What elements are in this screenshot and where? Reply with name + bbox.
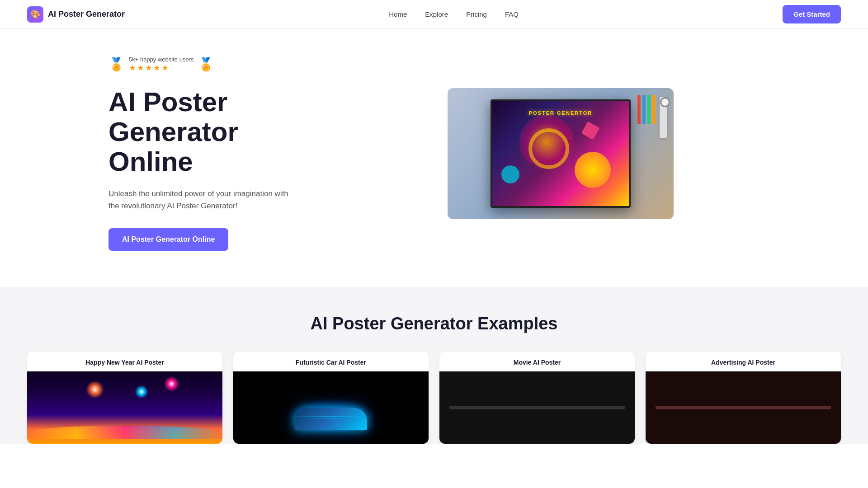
car-image — [233, 371, 429, 444]
example-card-car: Futuristic Car AI Poster — [233, 352, 429, 444]
logo-icon: 🎨 — [27, 6, 43, 23]
nav-home[interactable]: Home — [389, 10, 407, 18]
hero-cta-button[interactable]: AI Poster Generator Online — [108, 228, 228, 251]
logo-text: AI Poster Generator — [48, 9, 125, 19]
poster-mock: POSTER GENERTOR — [491, 99, 631, 208]
car-body — [295, 408, 367, 430]
card-title-car: Futuristic Car AI Poster — [233, 352, 429, 371]
firework-2 — [135, 385, 148, 399]
star-rating: ★★★★★ — [129, 63, 193, 73]
badge-info: 5k+ happy website users ★★★★★ — [129, 56, 193, 73]
card-title-advertising: Advertising AI Poster — [646, 352, 841, 371]
movie-image — [439, 371, 635, 444]
example-card-movie: Movie AI Poster — [439, 352, 635, 444]
firework-3 — [164, 376, 179, 392]
card-image-movie — [439, 371, 635, 444]
nav-explore[interactable]: Explore — [425, 10, 448, 18]
pencils — [637, 95, 656, 124]
firework-1 — [86, 380, 104, 399]
hero-badge: 🏅 5k+ happy website users ★★★★★ 🏅 — [108, 56, 298, 73]
card-title-movie: Movie AI Poster — [439, 352, 635, 371]
example-card-new-year: Happy New Year AI Poster — [27, 352, 222, 444]
hero-section: 🏅 5k+ happy website users ★★★★★ 🏅 AI Pos… — [0, 29, 868, 287]
nav-logo: 🎨 AI Poster Generator — [27, 6, 125, 23]
laurel-left-icon: 🏅 — [108, 58, 124, 71]
examples-title: AI Poster Generator Examples — [27, 314, 841, 333]
nav-pricing[interactable]: Pricing — [466, 10, 487, 18]
examples-grid: Happy New Year AI Poster Futuristic Car … — [27, 352, 841, 444]
poster-title-text: POSTER GENERTOR — [529, 110, 592, 116]
navbar: 🎨 AI Poster Generator Home Explore Prici… — [0, 0, 868, 29]
hero-title: AI Poster Generator Online — [108, 87, 298, 177]
nav-faq[interactable]: FAQ — [505, 10, 519, 18]
advertising-image — [646, 371, 841, 444]
new-year-image — [27, 371, 222, 444]
badge-users-text: 5k+ happy website users — [129, 56, 193, 63]
hero-subtitle: Unleash the unlimited power of your imag… — [108, 188, 298, 212]
ad-bar — [656, 406, 831, 409]
card-image-car — [233, 371, 429, 444]
ground-lights — [27, 426, 222, 439]
hero-image-area: POSTER GENERTOR — [326, 88, 796, 219]
nav-links: Home Explore Pricing FAQ — [389, 10, 519, 19]
hero-image: POSTER GENERTOR — [448, 88, 674, 219]
card-image-new-year — [27, 371, 222, 444]
card-image-advertising — [646, 371, 841, 444]
circle-tool — [660, 97, 670, 107]
card-title-new-year: Happy New Year AI Poster — [27, 352, 222, 371]
hero-content: 🏅 5k+ happy website users ★★★★★ 🏅 AI Pos… — [108, 56, 298, 251]
nav-get-started-button[interactable]: Get Started — [783, 5, 841, 23]
examples-section: AI Poster Generator Examples Happy New Y… — [0, 287, 868, 444]
laurel-right-icon: 🏅 — [198, 58, 214, 71]
example-card-advertising: Advertising AI Poster — [646, 352, 841, 444]
movie-bar — [449, 406, 625, 409]
